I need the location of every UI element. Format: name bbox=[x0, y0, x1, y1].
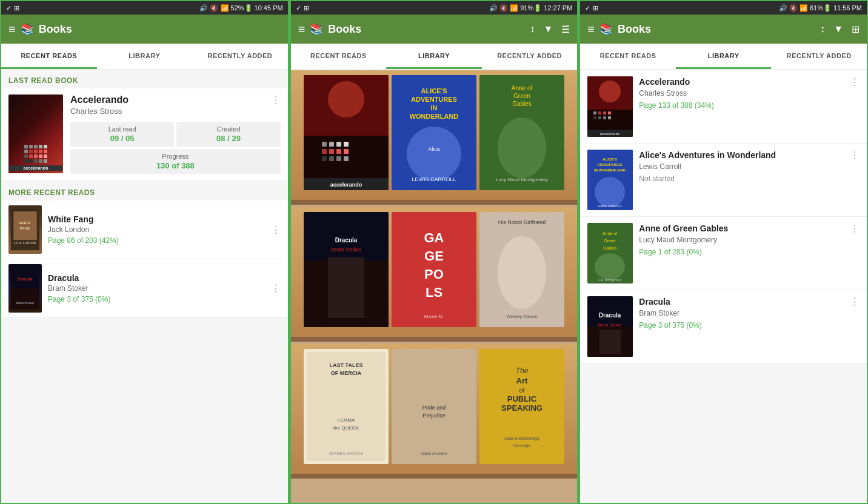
svg-text:I EMMA: I EMMA bbox=[338, 417, 355, 423]
tab-library-3[interactable]: LIBRARY bbox=[676, 44, 772, 69]
app-title-1: Books bbox=[39, 23, 72, 36]
status-left-3: ✓ ⊞ bbox=[585, 4, 598, 12]
status-check-icon-2: ✓ bbox=[296, 4, 301, 12]
svg-point-11 bbox=[328, 81, 364, 118]
accelerando-right-title: Accelerando bbox=[639, 76, 844, 87]
shelf-book-artspeaking[interactable]: The Art of PUBLIC SPEAKING Dale Breckenr… bbox=[479, 349, 564, 464]
svg-text:His Robot Girlfriend: His Robot Girlfriend bbox=[498, 219, 546, 225]
last-read-title-group: Accelerando Charles Stross bbox=[70, 94, 129, 116]
list-icon-2[interactable]: ☰ bbox=[561, 24, 570, 35]
svg-text:WHITE: WHITE bbox=[19, 221, 30, 225]
dracula-more-icon[interactable]: ⋮ bbox=[271, 283, 281, 294]
tab-recently-added-3[interactable]: RECENTLY ADDED bbox=[771, 44, 867, 69]
svg-text:Dracula: Dracula bbox=[335, 237, 358, 244]
whitefang-more-icon[interactable]: ⋮ bbox=[271, 224, 281, 236]
status-app-icon: ⊞ bbox=[14, 4, 19, 12]
shelf-book-dracula[interactable]: Dracula Bram Stoker bbox=[304, 212, 389, 327]
shelf-book-accelerando[interactable]: accelerando bbox=[304, 75, 389, 190]
svg-text:ALICE'S: ALICE'S bbox=[421, 87, 447, 94]
anne-right-more[interactable]: ⋮ bbox=[850, 223, 860, 234]
svg-point-97 bbox=[595, 253, 625, 280]
filter-icon-3[interactable]: ▼ bbox=[833, 24, 843, 35]
app-bar-left-1: ≡ 📚 Books bbox=[8, 22, 72, 36]
list-item-anne-right[interactable]: Anne of Green Gables L.M. Montgomery Ann… bbox=[580, 217, 867, 290]
tab-recent-reads-1[interactable]: RECENT READS bbox=[1, 44, 97, 69]
shelf-book-lasttalks[interactable]: LAST TALES OF MERCIA I EMMA the QUEEN JA… bbox=[304, 349, 389, 464]
svg-rect-82 bbox=[598, 116, 601, 119]
svg-point-53 bbox=[498, 236, 546, 309]
dracula-right-title: Dracula bbox=[639, 296, 844, 307]
books-icon-1: 📚 bbox=[21, 22, 34, 36]
whitefang-title: White Fang bbox=[48, 214, 265, 224]
whitefang-progress: Page 86 of 203 (42%) bbox=[48, 236, 265, 245]
svg-text:Carnegie: Carnegie bbox=[513, 443, 531, 448]
menu-icon-2[interactable]: ≡ bbox=[298, 22, 305, 36]
created-label-text: Created bbox=[181, 125, 275, 133]
alice-right-progress: Not started bbox=[639, 174, 844, 183]
whitefang-info: White Fang Jack London Page 86 of 203 (4… bbox=[48, 214, 265, 245]
shelf-book-gagepoles[interactable]: GA GE PO LS Maxie M. bbox=[392, 212, 476, 327]
sort-icon-2[interactable]: ↕ bbox=[530, 24, 535, 35]
list-item-dracula[interactable]: Dracula Bram Stoker Dracula Bram Stoker … bbox=[1, 259, 288, 318]
menu-icon-3[interactable]: ≡ bbox=[587, 22, 595, 36]
accel-dots bbox=[24, 145, 47, 163]
more-reads-label: MORE RECENT READS bbox=[1, 182, 288, 201]
anne-right-info: Anne of Green Gables Lucy Maud Montgomer… bbox=[639, 223, 844, 256]
screen-2: ✓ ⊞ 🔊 🔇 📶 91%🔋 12:27 PM ≡ 📚 Books ↕ ▼ ☰ … bbox=[289, 0, 579, 504]
svg-text:of: of bbox=[519, 386, 525, 394]
alice-right-author: Lewis Carroll bbox=[639, 162, 844, 171]
list-item-alice-right[interactable]: ALICE'S ADVENTURES IN WONDERLAND LEWIS C… bbox=[580, 144, 867, 217]
shelf-book-pride[interactable]: Pride and Prejudice Jane Austen bbox=[392, 349, 476, 464]
dracula-right-more[interactable]: ⋮ bbox=[850, 296, 860, 308]
sort-icon-3[interactable]: ↕ bbox=[820, 24, 825, 35]
svg-rect-15 bbox=[344, 142, 349, 147]
svg-text:Lucy Maud Montgomery: Lucy Maud Montgomery bbox=[496, 177, 548, 182]
list-item-dracula-right[interactable]: Dracula Bram Stoker Dracula Bram Stoker … bbox=[580, 290, 867, 363]
svg-text:Maxie M.: Maxie M. bbox=[424, 314, 444, 319]
tab-recently-added-2[interactable]: RECENTLY ADDED bbox=[482, 44, 578, 69]
tab-recent-reads-2[interactable]: RECENT READS bbox=[291, 44, 387, 69]
books-icon-2: 📚 bbox=[310, 22, 323, 36]
svg-text:LS: LS bbox=[426, 285, 442, 300]
svg-text:Dracula: Dracula bbox=[599, 312, 621, 319]
alice-right-more[interactable]: ⋮ bbox=[850, 150, 860, 161]
svg-rect-16 bbox=[322, 149, 327, 154]
shelf-book-anne[interactable]: Anne of Green Gables Lucy Maud Montgomer… bbox=[479, 75, 564, 190]
tab-recent-reads-3[interactable]: RECENT READS bbox=[580, 44, 676, 69]
svg-rect-23 bbox=[344, 156, 349, 161]
last-read-card[interactable]: Accelerando Charles Stross ⋮ Last read 0… bbox=[1, 88, 288, 180]
tab-recently-added-1[interactable]: RECENTLY ADDED bbox=[192, 44, 288, 69]
dracula-right-info: Dracula Bram Stoker Page 3 of 375 (0%) bbox=[639, 296, 844, 330]
created-date-value: 08 / 29 bbox=[181, 134, 275, 143]
status-bar-3: ✓ ⊞ 🔊 🔇 📶 61%🔋 11:56 PM bbox=[580, 1, 867, 15]
svg-point-91 bbox=[595, 177, 625, 207]
tab-library-2[interactable]: LIBRARY bbox=[386, 44, 482, 69]
tab-library-1[interactable]: LIBRARY bbox=[97, 44, 193, 69]
status-right-2: 🔊 🔇 📶 91%🔋 12:27 PM bbox=[489, 4, 572, 12]
anne-right-progress: Page 1 of 283 (0%) bbox=[639, 248, 844, 256]
svg-rect-81 bbox=[593, 116, 596, 119]
anne-cover-right: Anne of Green Gables L.M. Montgomery bbox=[587, 223, 633, 284]
svg-text:Dracula: Dracula bbox=[18, 277, 33, 281]
app-bar-left-3: ≡ 📚 Books bbox=[587, 22, 651, 36]
shelf-book-alice[interactable]: ALICE'S ADVENTURES IN WONDERLAND Alice L… bbox=[392, 75, 476, 190]
svg-text:Bram Stoker: Bram Stoker bbox=[16, 301, 34, 305]
grid-icon-3[interactable]: ⊞ bbox=[852, 24, 860, 35]
status-app-icon-2: ⊞ bbox=[304, 4, 309, 12]
filter-icon-2[interactable]: ▼ bbox=[544, 24, 553, 35]
menu-icon-1[interactable]: ≡ bbox=[8, 22, 16, 36]
meta-grid: Last read 09 / 05 Created 08 / 29 Progre… bbox=[70, 122, 281, 174]
shelf-book-robogirlfriend[interactable]: His Robot Girlfriend Wesley Allison bbox=[479, 212, 564, 327]
svg-rect-14 bbox=[336, 142, 341, 147]
accelerando-right-more[interactable]: ⋮ bbox=[850, 76, 860, 88]
progress-cell: Progress 130 of 388 bbox=[70, 149, 281, 174]
list-item-accelerando-right[interactable]: accelerando Accelerando Charles Stross P… bbox=[580, 70, 867, 144]
anne-right-author: Lucy Maud Montgomery bbox=[639, 236, 844, 244]
last-read-date-cell: Last read 09 / 05 bbox=[70, 122, 174, 147]
signal-icons-3: 🔊 🔇 📶 61%🔋 bbox=[779, 4, 832, 12]
books-icon-3: 📚 bbox=[599, 22, 613, 36]
list-item-whitefang[interactable]: WHITE FANG JACK LONDON White Fang Jack L… bbox=[1, 201, 288, 259]
svg-text:Gables: Gables bbox=[603, 246, 617, 250]
app-bar-3: ≡ 📚 Books ↕ ▼ ⊞ bbox=[580, 15, 867, 44]
last-read-more-icon[interactable]: ⋮ bbox=[271, 94, 281, 106]
